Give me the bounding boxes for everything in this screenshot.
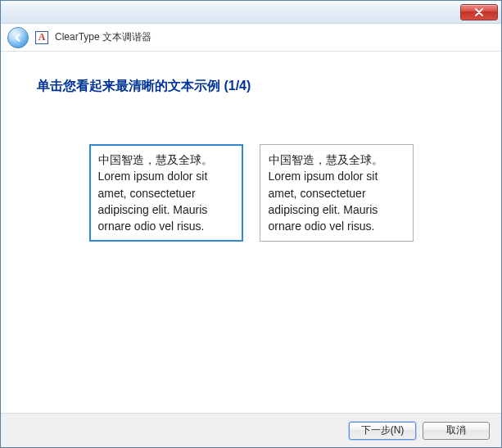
page-heading: 单击您看起来最清晰的文本示例 (1/4) <box>37 78 468 95</box>
dialog-window: ClearType 文本调谐器 单击您看起来最清晰的文本示例 (1/4) 中国智… <box>0 0 502 448</box>
footer-bar: 下一步(N) 取消 <box>1 413 501 447</box>
header-bar: ClearType 文本调谐器 <box>1 24 501 52</box>
sample-row: 中国智造，慧及全球。 Lorem ipsum dolor sit amet, c… <box>34 144 468 242</box>
arrow-left-icon <box>12 32 24 43</box>
text-sample-1[interactable]: 中国智造，慧及全球。 Lorem ipsum dolor sit amet, c… <box>89 144 243 242</box>
close-icon <box>474 8 484 16</box>
back-button[interactable] <box>7 27 29 48</box>
app-title: ClearType 文本调谐器 <box>55 30 152 44</box>
next-button[interactable]: 下一步(N) <box>349 422 416 440</box>
sample-cjk-text: 中国智造，慧及全球。 <box>269 152 405 168</box>
cancel-button[interactable]: 取消 <box>423 422 490 440</box>
content-area: 单击您看起来最清晰的文本示例 (1/4) 中国智造，慧及全球。 Lorem ip… <box>1 52 501 242</box>
app-icon <box>35 31 48 44</box>
close-button[interactable] <box>460 4 498 20</box>
sample-latin-text: Lorem ipsum dolor sit amet, consectetuer… <box>269 168 405 234</box>
titlebar <box>1 1 501 24</box>
text-sample-2[interactable]: 中国智造，慧及全球。 Lorem ipsum dolor sit amet, c… <box>260 144 414 242</box>
sample-latin-text: Lorem ipsum dolor sit amet, consectetuer… <box>98 168 234 234</box>
sample-cjk-text: 中国智造，慧及全球。 <box>98 152 234 168</box>
